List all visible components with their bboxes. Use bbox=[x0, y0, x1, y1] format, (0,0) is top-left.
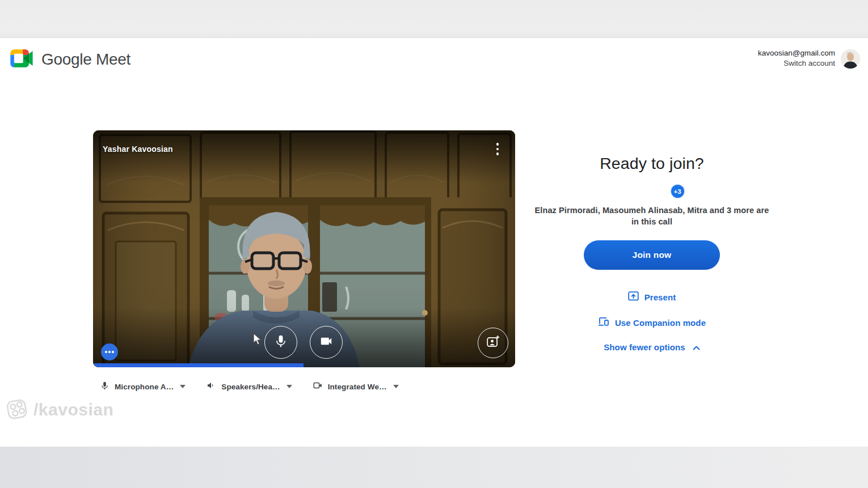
google-meet-icon bbox=[9, 48, 34, 71]
mic-level-meter bbox=[93, 363, 304, 367]
participants-summary: Elnaz Pirmoradi, Masoumeh Alinasab, Mitr… bbox=[533, 205, 770, 227]
chevron-up-icon bbox=[693, 342, 700, 352]
app-logo[interactable]: Google Meet bbox=[9, 48, 130, 71]
preview-participant-name: Yashar Kavoosian bbox=[103, 145, 173, 154]
camera-icon bbox=[319, 334, 334, 351]
participants-count-badge: +3 bbox=[671, 185, 684, 198]
mouse-cursor bbox=[252, 333, 263, 349]
dropdown-caret-icon bbox=[393, 385, 399, 388]
speakers-select[interactable]: Speakers/Hea… bbox=[206, 380, 292, 393]
dropdown-caret-icon bbox=[286, 385, 292, 388]
microphone-small-icon bbox=[100, 381, 109, 393]
dropdown-caret-icon bbox=[180, 385, 186, 388]
companion-mode-button[interactable]: Use Companion mode bbox=[598, 317, 706, 328]
channel-watermark: /kavosian bbox=[5, 396, 113, 423]
join-now-button[interactable]: Join now bbox=[584, 240, 720, 270]
camera-toggle-button[interactable] bbox=[310, 326, 343, 359]
dice-logo-icon bbox=[5, 396, 30, 423]
camera-small-icon bbox=[313, 380, 323, 393]
letterbox-bottom bbox=[0, 447, 868, 488]
companion-mode-icon bbox=[598, 317, 609, 328]
present-label: Present bbox=[644, 292, 676, 302]
microphone-select[interactable]: Microphone A… bbox=[100, 381, 186, 393]
present-icon bbox=[628, 291, 639, 303]
vignette-overlay bbox=[93, 130, 515, 367]
show-fewer-options-button[interactable]: Show fewer options bbox=[604, 342, 700, 352]
speaker-icon bbox=[206, 380, 216, 393]
camera-select[interactable]: Integrated We… bbox=[313, 380, 399, 393]
microphone-toggle-button[interactable] bbox=[264, 326, 297, 359]
app-title: Google Meet bbox=[41, 50, 130, 69]
microphone-icon bbox=[273, 334, 288, 351]
camera-select-label: Integrated We… bbox=[328, 383, 387, 391]
microphone-select-label: Microphone A… bbox=[115, 383, 174, 391]
channel-watermark-text: /kavosian bbox=[33, 400, 113, 419]
account-email: kavoosian@gmail.com bbox=[758, 48, 835, 58]
letterbox-top bbox=[0, 0, 868, 38]
switch-account-link[interactable]: Switch account bbox=[758, 58, 835, 68]
device-selector-bar: Microphone A… Speakers/Hea… Integrated W… bbox=[100, 380, 399, 393]
companion-mode-label: Use Companion mode bbox=[615, 318, 706, 328]
more-options-icon[interactable] bbox=[491, 142, 504, 156]
visual-effects-icon bbox=[486, 335, 500, 351]
visual-effects-button[interactable] bbox=[478, 328, 508, 358]
self-video-preview: Yashar Kavoosian bbox=[93, 130, 515, 367]
preview-more-button[interactable] bbox=[101, 343, 118, 360]
speakers-select-label: Speakers/Hea… bbox=[221, 383, 280, 391]
present-button[interactable]: Present bbox=[628, 291, 676, 303]
account-info: kavoosian@gmail.com Switch account bbox=[758, 48, 835, 68]
show-fewer-options-label: Show fewer options bbox=[604, 342, 685, 352]
page-title: Ready to join? bbox=[600, 154, 704, 173]
account-avatar[interactable] bbox=[841, 49, 860, 69]
join-panel: Ready to join? +3 Elnaz Pirmoradi, Masou… bbox=[532, 154, 772, 352]
